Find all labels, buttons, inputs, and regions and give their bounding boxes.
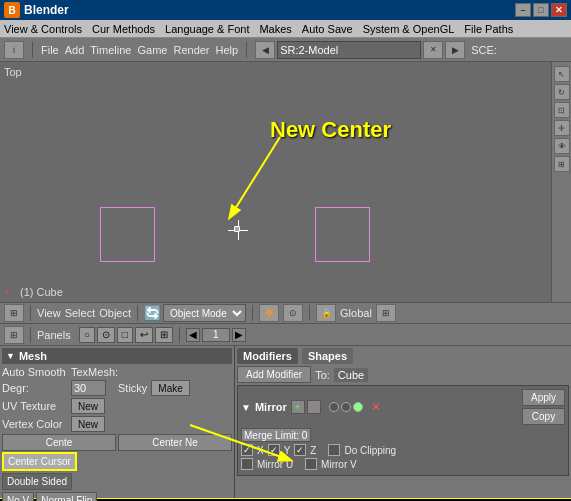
toolbar-mode-icon[interactable]: i: [4, 41, 24, 59]
toolbar-file-menu[interactable]: File: [41, 44, 59, 56]
uv-new-button[interactable]: New: [71, 398, 105, 414]
mirror-radio-3[interactable]: [353, 402, 363, 412]
tool-select-icon[interactable]: ↖: [554, 66, 570, 82]
tool-translate-icon[interactable]: ✛: [554, 120, 570, 136]
maximize-button[interactable]: □: [533, 3, 549, 17]
menu-file-paths[interactable]: File Paths: [464, 23, 513, 35]
double-sided-button[interactable]: Double Sided: [2, 473, 72, 490]
mirror-v-checkbox[interactable]: [305, 458, 317, 470]
no-v-button[interactable]: No V: [2, 492, 34, 501]
menu-bar: View & Controls Cur Methods Language & F…: [0, 20, 571, 38]
vertex-color-row: Vertex Color New: [2, 416, 232, 432]
close-button[interactable]: ✕: [551, 3, 567, 17]
toolbar-help-menu[interactable]: Help: [216, 44, 239, 56]
z-checkbox[interactable]: ✓: [294, 444, 306, 456]
normal-flip-button[interactable]: Normal Flip: [36, 492, 97, 501]
toolbar-render-menu[interactable]: Render: [173, 44, 209, 56]
modifiers-title[interactable]: Modifiers: [237, 348, 298, 364]
toolbar-add-menu[interactable]: Add: [65, 44, 85, 56]
degr-input[interactable]: [71, 380, 106, 396]
menu-view-controls[interactable]: View & Controls: [4, 23, 82, 35]
vt-global-label[interactable]: Global: [340, 307, 372, 319]
vt-view-menu[interactable]: View: [37, 307, 61, 319]
vt-select-menu[interactable]: Select: [65, 307, 96, 319]
xyz-row: ✓ X ✓ Y ✓ Z Do Clipping: [241, 444, 565, 456]
mesh-panel: ▼ Mesh Auto Smooth TexMesh: Degr: Sticky…: [0, 346, 235, 498]
scene-num-label: SCE:: [471, 44, 497, 56]
mirror-uv-row: Mirror U Mirror V: [241, 458, 565, 470]
mirror-plus-button[interactable]: +: [291, 400, 305, 414]
vt-object-menu[interactable]: Object: [99, 307, 131, 319]
object-mode-select[interactable]: Object Mode: [163, 304, 246, 322]
toolbar-separator-1: [32, 42, 33, 58]
panel-btn-1[interactable]: ○: [79, 327, 95, 343]
lock-icon[interactable]: 🔒: [316, 304, 336, 322]
toolbar-timeline-menu[interactable]: Timeline: [90, 44, 131, 56]
page-number-input[interactable]: [202, 328, 230, 342]
do-clipping-checkbox[interactable]: [328, 444, 340, 456]
render-icon[interactable]: 🔆: [259, 304, 279, 322]
mirror-v-label: Mirror V: [321, 459, 357, 470]
vt-grid-icon[interactable]: ⊞: [376, 304, 396, 322]
modifiers-header: Modifiers Shapes: [237, 348, 569, 364]
viewport-toolbar: ⊞ View Select Object 🔄 Object Mode 🔆 ⊙ 🔒…: [0, 302, 571, 324]
cube-left: [100, 207, 155, 262]
title-bar: B Blender – □ ✕: [0, 0, 571, 20]
shapes-title[interactable]: Shapes: [302, 348, 353, 364]
mirror-arrow-icon[interactable]: ▼: [241, 402, 251, 413]
to-label: To:: [315, 369, 330, 381]
scene-selector[interactable]: [277, 41, 421, 59]
window-controls: – □ ✕: [515, 3, 567, 17]
tool-extra-icon[interactable]: ⊞: [554, 156, 570, 172]
degr-label: Degr:: [2, 382, 67, 394]
panel-btn-3[interactable]: □: [117, 327, 133, 343]
mirror-minus-button[interactable]: –: [307, 400, 321, 414]
top-toolbar: i File Add Timeline Game Render Help ◀ ✕…: [0, 38, 571, 62]
y-checkbox[interactable]: ✓: [268, 444, 280, 456]
menu-language-font[interactable]: Language & Font: [165, 23, 249, 35]
minimize-button[interactable]: –: [515, 3, 531, 17]
menu-auto-save[interactable]: Auto Save: [302, 23, 353, 35]
apply-button[interactable]: Apply: [522, 389, 565, 406]
mirror-radio-1[interactable]: [329, 402, 339, 412]
add-modifier-button[interactable]: Add Modifier: [237, 366, 311, 383]
panels-label[interactable]: Panels: [37, 329, 71, 341]
tool-rotate-icon[interactable]: ↻: [554, 84, 570, 100]
panel-btn-5[interactable]: ⊞: [155, 327, 173, 343]
vt-icon[interactable]: ⊞: [4, 304, 24, 322]
menu-system-opengl[interactable]: System & OpenGL: [363, 23, 455, 35]
copy-button[interactable]: Copy: [522, 408, 565, 425]
center-cursor-row: Center Cursor: [2, 452, 232, 471]
toolbar-separator-2: [246, 42, 247, 58]
center-button[interactable]: Center Ne: [118, 434, 232, 451]
panel-btn-2[interactable]: ⊙: [97, 327, 115, 343]
scene-close-icon[interactable]: ✕: [423, 41, 443, 59]
y-label: Y: [284, 445, 291, 456]
sticky-make-button[interactable]: Make: [151, 380, 189, 396]
viewport-3d[interactable]: Top New Center + (1) Cube ↖ ↻ ⊡ ✛ 👁 ⊞: [0, 62, 571, 302]
scene-arrow-right[interactable]: ▶: [445, 41, 465, 59]
scene-arrow-left[interactable]: ◀: [255, 41, 275, 59]
menu-makes[interactable]: Makes: [259, 23, 291, 35]
mirror-title: Mirror: [255, 401, 287, 413]
menu-cur-methods[interactable]: Cur Methods: [92, 23, 155, 35]
center-ne-button[interactable]: Cente: [2, 434, 116, 451]
do-clipping-row: Do Clipping: [328, 444, 396, 456]
merge-limit-input[interactable]: [241, 428, 311, 442]
center-cursor-button[interactable]: Center Cursor: [2, 452, 77, 471]
page-next-button[interactable]: ▶: [232, 328, 246, 342]
x-checkbox[interactable]: ✓: [241, 444, 253, 456]
tool-scale-icon[interactable]: ⊡: [554, 102, 570, 118]
panel-btn-4[interactable]: ↩: [135, 327, 153, 343]
page-prev-button[interactable]: ◀: [186, 328, 200, 342]
vertex-new-button[interactable]: New: [71, 416, 105, 432]
mirror-radio-2[interactable]: [341, 402, 351, 412]
mirror-close-button[interactable]: ✕: [371, 400, 381, 414]
mirror-u-checkbox[interactable]: [241, 458, 253, 470]
tool-view-icon[interactable]: 👁: [554, 138, 570, 154]
toolbar-game-menu[interactable]: Game: [137, 44, 167, 56]
panels-icon[interactable]: ⊞: [4, 326, 24, 344]
add-modifier-row: Add Modifier To: Cube: [237, 366, 569, 383]
mesh-panel-arrow[interactable]: ▼: [6, 351, 15, 361]
camera-icon[interactable]: ⊙: [283, 304, 303, 322]
